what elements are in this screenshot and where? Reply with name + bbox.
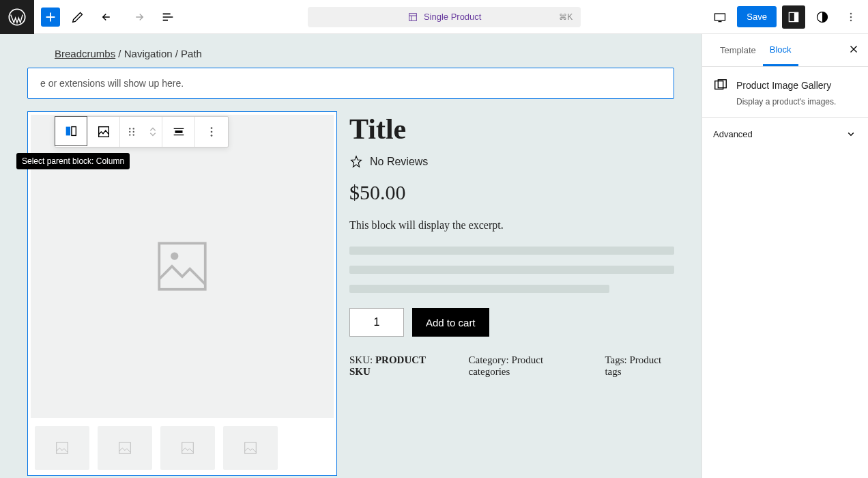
sku-meta: SKU: PRODUCT SKU: [349, 354, 442, 378]
add-to-cart-row: Add to cart: [349, 308, 674, 337]
svg-rect-14: [245, 442, 257, 454]
svg-point-26: [211, 131, 213, 133]
styles-button[interactable]: [811, 5, 834, 29]
svg-point-22: [129, 134, 130, 135]
product-price[interactable]: $50.00: [349, 181, 674, 204]
svg-point-7: [850, 16, 852, 18]
skeleton-placeholder: [349, 247, 674, 293]
svg-point-20: [129, 131, 130, 132]
top-toolbar: Single Product ⌘K Save: [0, 0, 868, 34]
svg-rect-16: [72, 127, 76, 136]
product-meta: SKU: PRODUCT SKU Category: Product categ…: [349, 354, 674, 378]
image-placeholder-icon: [151, 236, 213, 297]
skeleton-line: [349, 247, 674, 255]
svg-point-10: [171, 252, 178, 259]
align-button[interactable]: [162, 117, 195, 147]
svg-point-25: [211, 127, 213, 129]
svg-point-23: [133, 134, 134, 135]
svg-rect-12: [119, 442, 131, 454]
move-arrows[interactable]: [143, 117, 162, 147]
block-info-panel: Product Image Gallery Display a product'…: [702, 67, 868, 118]
tags-meta: Tags: Product tags: [605, 354, 674, 378]
tab-template[interactable]: Template: [713, 34, 763, 66]
svg-point-27: [211, 135, 213, 137]
close-sidebar-button[interactable]: [848, 43, 860, 57]
svg-rect-1: [409, 13, 417, 20]
document-title: Single Product: [424, 12, 482, 22]
advanced-panel-toggle[interactable]: Advanced: [702, 118, 868, 150]
breadcrumb[interactable]: Breadcrumbs / Navigation / Path: [27, 48, 674, 59]
svg-rect-9: [159, 243, 205, 290]
breadcrumb-root[interactable]: Breadcrumbs: [55, 48, 115, 59]
block-name: Product Image Gallery: [736, 80, 831, 91]
sidebar-toggle-button[interactable]: [782, 5, 805, 29]
product-excerpt[interactable]: This block will display the excerpt.: [349, 219, 674, 231]
svg-point-19: [133, 128, 134, 129]
thumbnail-row: [28, 421, 336, 475]
block-toolbar: [55, 116, 229, 147]
svg-point-21: [133, 131, 134, 132]
list-view-button[interactable]: [156, 5, 180, 29]
advanced-label: Advanced: [713, 129, 753, 139]
undo-button[interactable]: [96, 5, 120, 29]
drag-handle[interactable]: [120, 117, 143, 147]
select-parent-column-button[interactable]: [55, 116, 87, 146]
svg-rect-13: [182, 442, 194, 454]
product-title[interactable]: Title: [349, 113, 674, 145]
tooltip: Select parent block: Column: [16, 153, 130, 169]
reviews-text: No Reviews: [370, 156, 428, 168]
redo-button[interactable]: [126, 5, 150, 29]
reviews-row[interactable]: No Reviews: [349, 155, 674, 169]
svg-rect-24: [175, 130, 182, 133]
quantity-input[interactable]: [349, 308, 404, 337]
template-icon: [407, 12, 418, 23]
thumbnail: [35, 426, 89, 470]
svg-rect-11: [57, 442, 68, 454]
tab-block[interactable]: Block: [763, 34, 798, 66]
save-button[interactable]: Save: [737, 6, 777, 27]
view-button[interactable]: [708, 5, 732, 29]
svg-rect-2: [715, 14, 725, 20]
product-details-column: Title No Reviews $50.00 This block will …: [349, 111, 674, 476]
svg-rect-4: [794, 12, 798, 21]
thumbnail: [223, 426, 278, 470]
keyboard-shortcut: ⌘K: [559, 12, 573, 22]
svg-rect-15: [66, 127, 70, 136]
more-options-button[interactable]: [195, 117, 228, 147]
skeleton-line: [349, 285, 609, 293]
settings-sidebar: Template Block Product Image Gallery Dis…: [701, 34, 868, 478]
sidebar-tabs: Template Block: [702, 34, 868, 67]
chevron-down-icon: [845, 128, 857, 140]
svg-point-8: [850, 19, 852, 21]
svg-point-6: [850, 12, 852, 14]
thumbnail: [160, 426, 215, 470]
breadcrumb-path: / Navigation / Path: [115, 48, 202, 59]
star-icon: [349, 155, 363, 169]
store-notices-block[interactable]: e or extensions will show up here.: [27, 68, 674, 99]
block-description: Display a product's images.: [713, 97, 857, 107]
wordpress-logo[interactable]: [0, 0, 34, 34]
options-button[interactable]: [839, 5, 863, 29]
editor-canvas: Breadcrumbs / Navigation / Path e or ext…: [0, 34, 701, 478]
thumbnail: [98, 426, 152, 470]
category-meta: Category: Product categories: [469, 354, 578, 378]
block-type-button[interactable]: [87, 117, 120, 147]
svg-point-18: [129, 128, 130, 129]
edit-tool-button[interactable]: [66, 5, 90, 29]
document-title-bar[interactable]: Single Product ⌘K: [308, 7, 581, 27]
gallery-icon: [713, 78, 728, 93]
add-block-button[interactable]: [41, 8, 60, 27]
add-to-cart-button[interactable]: Add to cart: [412, 308, 489, 337]
skeleton-line: [349, 266, 674, 274]
